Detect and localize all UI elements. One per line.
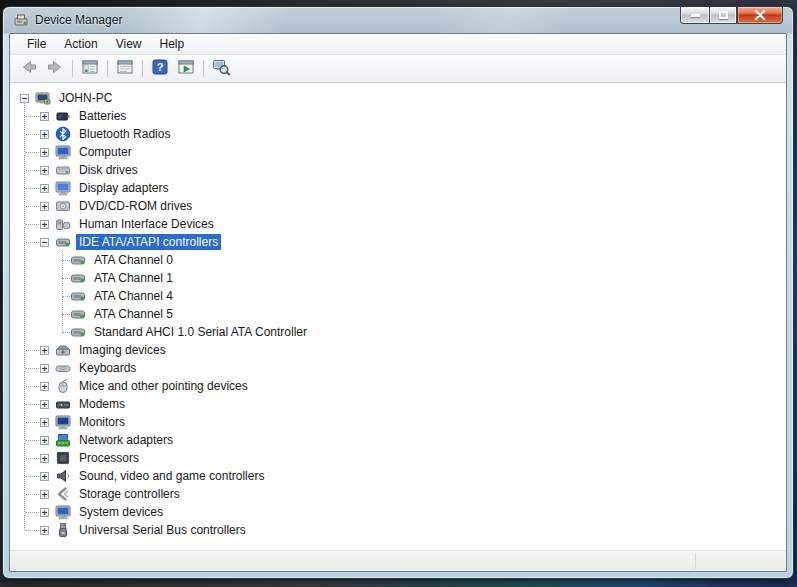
tree-item-ata-channel-5[interactable]: ATA Channel 5	[10, 305, 786, 323]
menu-view[interactable]: View	[107, 35, 151, 53]
forward-button[interactable]	[42, 57, 68, 81]
tree-item-label[interactable]: Storage controllers	[76, 486, 183, 502]
maximize-button[interactable]	[709, 6, 737, 24]
tree-item-mice-and-other-pointing-devices[interactable]: +Mice and other pointing devices	[10, 377, 786, 395]
tree-item-label[interactable]: Monitors	[76, 414, 128, 430]
tree-item-batteries[interactable]: +Batteries	[10, 107, 786, 125]
expand-toggle[interactable]: +	[40, 346, 49, 355]
close-button[interactable]	[737, 6, 783, 24]
tree-item-ata-channel-1[interactable]: ATA Channel 1	[10, 269, 786, 287]
tree-item-label[interactable]: ATA Channel 0	[91, 252, 176, 268]
tree-item-label[interactable]: Computer	[76, 144, 135, 160]
action-pane-button[interactable]	[173, 57, 199, 81]
expand-toggle[interactable]: +	[40, 184, 49, 193]
back-icon	[20, 58, 38, 80]
tree-item-imaging-devices[interactable]: +Imaging devices	[10, 341, 786, 359]
tree-item-universal-serial-bus-controllers[interactable]: +Universal Serial Bus controllers	[10, 521, 786, 539]
tree-item-label[interactable]: Standard AHCI 1.0 Serial ATA Controller	[91, 324, 310, 340]
ide-icon	[70, 252, 86, 268]
expand-toggle[interactable]: +	[40, 364, 49, 373]
tree-item-monitors[interactable]: +Monitors	[10, 413, 786, 431]
collapse-toggle[interactable]: −	[20, 94, 29, 103]
expand-toggle[interactable]: +	[40, 220, 49, 229]
expand-toggle[interactable]: +	[40, 112, 49, 121]
tree-item-label[interactable]: Disk drives	[76, 162, 141, 178]
help-button[interactable]: ?	[147, 57, 173, 81]
tree-item-label[interactable]: Human Interface Devices	[76, 216, 217, 232]
toolbar: ?	[10, 55, 786, 83]
window-title: Device Manager	[35, 13, 122, 27]
device-manager-window: Device Manager FileActionViewHelp ? −JOH…	[2, 6, 794, 579]
expand-toggle[interactable]: +	[40, 400, 49, 409]
usb-icon	[55, 522, 71, 538]
tree-item-label[interactable]: Mice and other pointing devices	[76, 378, 251, 394]
tree-item-disk-drives[interactable]: +Disk drives	[10, 161, 786, 179]
ide-icon	[55, 234, 71, 250]
menu-help[interactable]: Help	[151, 35, 194, 53]
tree-item-storage-controllers[interactable]: +Storage controllers	[10, 485, 786, 503]
tree-item-label[interactable]: ATA Channel 5	[91, 306, 176, 322]
expand-toggle[interactable]: +	[40, 418, 49, 427]
hid-icon	[55, 216, 71, 232]
titlebar[interactable]: Device Manager	[9, 7, 787, 33]
tree-item-ata-channel-4[interactable]: ATA Channel 4	[10, 287, 786, 305]
tree-item-dvd-cd-rom-drives[interactable]: +DVD/CD-ROM drives	[10, 197, 786, 215]
expand-toggle[interactable]: +	[40, 490, 49, 499]
tree-item-label[interactable]: Imaging devices	[76, 342, 169, 358]
tree-item-sound-video-and-game-controllers[interactable]: +Sound, video and game controllers	[10, 467, 786, 485]
expand-toggle[interactable]: +	[40, 472, 49, 481]
tree-item-network-adapters[interactable]: +Network adapters	[10, 431, 786, 449]
properties-button[interactable]	[112, 57, 138, 81]
tree-item-label[interactable]: DVD/CD-ROM drives	[76, 198, 195, 214]
menu-bar: FileActionViewHelp	[10, 34, 786, 55]
expand-toggle[interactable]: +	[40, 454, 49, 463]
tree-panel: −JOHN-PC+Batteries+Bluetooth Radios+Comp…	[10, 83, 786, 550]
collapse-toggle[interactable]: −	[40, 238, 49, 247]
tree-item-label[interactable]: Sound, video and game controllers	[76, 468, 267, 484]
tree-item-label[interactable]: Modems	[76, 396, 128, 412]
tree-item-modems[interactable]: +Modems	[10, 395, 786, 413]
menu-action[interactable]: Action	[55, 35, 106, 53]
tree-item-label[interactable]: ATA Channel 1	[91, 270, 176, 286]
menu-file[interactable]: File	[18, 35, 55, 53]
tree-item-label[interactable]: Bluetooth Radios	[76, 126, 173, 142]
tree-item-human-interface-devices[interactable]: +Human Interface Devices	[10, 215, 786, 233]
tree-item-label[interactable]: ATA Channel 4	[91, 288, 176, 304]
tree-item-label[interactable]: Batteries	[76, 108, 129, 124]
tree-item-john-pc[interactable]: −JOHN-PC	[10, 89, 786, 107]
tree-item-label[interactable]: IDE ATA/ATAPI controllers	[76, 234, 221, 250]
tree-item-computer[interactable]: +Computer	[10, 143, 786, 161]
expand-toggle[interactable]: +	[40, 508, 49, 517]
minimize-button[interactable]	[680, 6, 709, 24]
tree-item-label[interactable]: Network adapters	[76, 432, 176, 448]
tree-item-display-adapters[interactable]: +Display adapters	[10, 179, 786, 197]
tree-item-keyboards[interactable]: +Keyboards	[10, 359, 786, 377]
tree-item-ide-ata-atapi-controllers[interactable]: −IDE ATA/ATAPI controllers	[10, 233, 786, 251]
expand-toggle[interactable]: +	[40, 436, 49, 445]
expand-toggle[interactable]: +	[40, 148, 49, 157]
tree-item-label[interactable]: Keyboards	[76, 360, 139, 376]
tree-item-ata-channel-0[interactable]: ATA Channel 0	[10, 251, 786, 269]
expand-toggle[interactable]: +	[40, 166, 49, 175]
battery-icon	[55, 108, 71, 124]
console-tree-button[interactable]	[77, 57, 103, 81]
tree-guide	[24, 103, 25, 530]
expand-toggle[interactable]: +	[40, 130, 49, 139]
tree-item-label[interactable]: JOHN-PC	[56, 90, 115, 106]
tree-item-label[interactable]: Processors	[76, 450, 142, 466]
maximize-icon	[719, 11, 728, 19]
tree-item-bluetooth-radios[interactable]: +Bluetooth Radios	[10, 125, 786, 143]
tree-item-standard-ahci-1-0-serial-ata-controller[interactable]: Standard AHCI 1.0 Serial ATA Controller	[10, 323, 786, 341]
computer-icon	[55, 144, 71, 160]
tree-item-label[interactable]: System devices	[76, 504, 166, 520]
expand-toggle[interactable]: +	[40, 202, 49, 211]
tree-item-processors[interactable]: +Processors	[10, 449, 786, 467]
expand-toggle[interactable]: +	[40, 526, 49, 535]
close-icon	[754, 10, 766, 20]
scan-hardware-button[interactable]	[208, 57, 234, 81]
tree-item-label[interactable]: Display adapters	[76, 180, 171, 196]
expand-toggle[interactable]: +	[40, 382, 49, 391]
back-button[interactable]	[16, 57, 42, 81]
tree-item-system-devices[interactable]: +System devices	[10, 503, 786, 521]
tree-item-label[interactable]: Universal Serial Bus controllers	[76, 522, 249, 538]
